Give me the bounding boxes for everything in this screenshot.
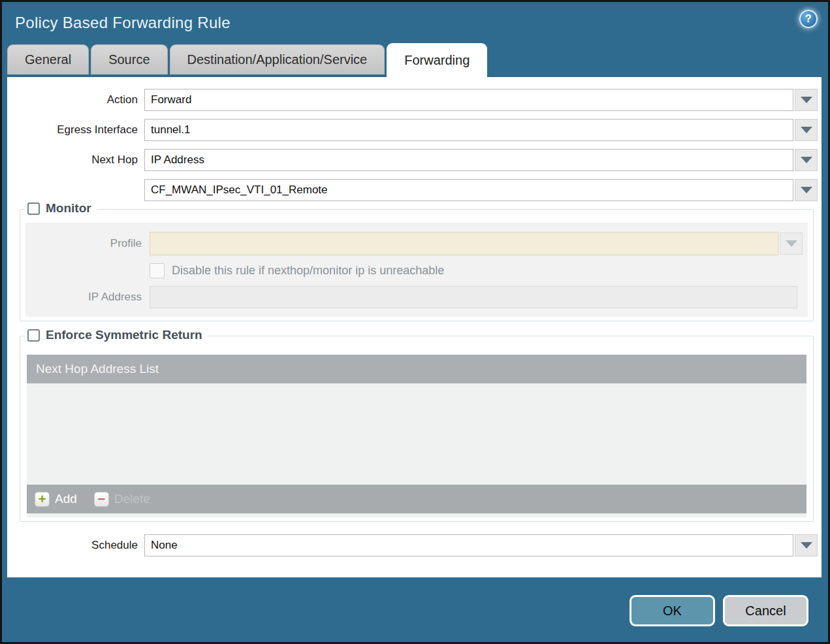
enforce-symmetric-return-checkbox[interactable] — [27, 329, 40, 342]
monitor-legend: Monitor — [25, 201, 97, 216]
egress-interface-dropdown-button[interactable] — [795, 119, 818, 141]
next-hop-label: Next Hop — [7, 153, 144, 167]
schedule-label: Schedule — [7, 539, 144, 552]
disable-rule-checkbox — [150, 263, 165, 278]
plus-icon: + — [35, 492, 50, 507]
delete-button: − Delete — [94, 492, 150, 507]
chevron-down-icon — [801, 187, 812, 193]
monitor-checkbox[interactable] — [27, 202, 40, 215]
next-hop-address-combo — [144, 179, 818, 201]
next-hop-address-list-body — [27, 383, 806, 485]
chevron-down-icon — [801, 127, 812, 133]
delete-button-label: Delete — [114, 492, 150, 506]
table-scroll-track — [27, 513, 806, 517]
monitor-ip-address-label: IP Address — [25, 291, 150, 304]
add-button-label: Add — [55, 492, 77, 506]
schedule-row: Schedule — [7, 534, 818, 556]
minus-icon: − — [94, 492, 109, 507]
next-hop-row: Next Hop — [7, 149, 818, 171]
next-hop-address-table: Next Hop Address List + Add − Delete — [27, 355, 806, 517]
schedule-input[interactable] — [144, 534, 793, 556]
disable-rule-label: Disable this rule if nexthop/monitor ip … — [172, 264, 444, 278]
action-row: Action — [7, 89, 818, 111]
schedule-combo — [144, 534, 818, 556]
disable-rule-row: Disable this rule if nexthop/monitor ip … — [150, 263, 803, 278]
enforce-symmetric-return-fieldset: Enforce Symmetric Return Next Hop Addres… — [20, 336, 814, 522]
chevron-down-icon — [801, 157, 812, 163]
next-hop-type-input[interactable] — [144, 149, 793, 171]
dialog-footer: OK Cancel — [2, 577, 828, 642]
tab-general[interactable]: General — [7, 44, 89, 74]
profile-input — [150, 232, 778, 255]
egress-interface-row: Egress Interface — [7, 119, 818, 141]
next-hop-address-row — [7, 179, 818, 201]
chevron-down-icon — [801, 97, 812, 103]
chevron-down-icon — [801, 542, 812, 549]
next-hop-address-list-header: Next Hop Address List — [27, 355, 806, 383]
next-hop-type-combo — [144, 149, 818, 171]
next-hop-address-dropdown-button[interactable] — [795, 179, 818, 201]
monitor-panel: Profile Disable this rule if nexthop/mon… — [25, 223, 808, 317]
egress-interface-label: Egress Interface — [7, 123, 144, 137]
action-combo — [144, 89, 818, 111]
chevron-down-icon — [786, 240, 797, 247]
profile-dropdown-button — [780, 233, 803, 255]
action-dropdown-button[interactable] — [795, 89, 818, 111]
tab-source[interactable]: Source — [91, 44, 167, 74]
action-input[interactable] — [144, 89, 793, 111]
help-icon[interactable]: ? — [799, 10, 818, 28]
tab-bar: General Source Destination/Application/S… — [2, 43, 828, 77]
monitor-fieldset: Monitor Profile Disable this rule if nex… — [20, 209, 814, 321]
profile-row: Profile — [25, 232, 803, 255]
next-hop-type-dropdown-button[interactable] — [795, 149, 818, 171]
enforce-symmetric-return-legend-label: Enforce Symmetric Return — [46, 328, 202, 342]
monitor-legend-label: Monitor — [46, 201, 91, 216]
tab-panel-forwarding: Action Egress Interface Next Hop — [7, 77, 822, 577]
table-toolbar: + Add − Delete — [27, 485, 806, 513]
egress-interface-combo — [144, 119, 818, 141]
add-button[interactable]: + Add — [35, 492, 77, 507]
dialog-title: Policy Based Forwarding Rule — [15, 14, 231, 32]
profile-label: Profile — [25, 237, 150, 250]
enforce-symmetric-return-legend: Enforce Symmetric Return — [25, 328, 208, 342]
egress-interface-input[interactable] — [144, 119, 793, 141]
monitor-ip-address-row: IP Address — [25, 286, 803, 308]
cancel-button[interactable]: Cancel — [723, 595, 808, 626]
tab-forwarding[interactable]: Forwarding — [387, 43, 487, 77]
policy-based-forwarding-dialog: Policy Based Forwarding Rule ? General S… — [0, 0, 830, 644]
monitor-ip-address-input — [150, 286, 797, 308]
schedule-dropdown-button[interactable] — [795, 534, 818, 556]
dialog-titlebar: Policy Based Forwarding Rule ? — [2, 2, 828, 43]
ok-button[interactable]: OK — [630, 595, 715, 626]
tab-destination-application-service[interactable]: Destination/Application/Service — [170, 44, 385, 74]
next-hop-address-input[interactable] — [144, 179, 793, 201]
action-label: Action — [7, 93, 144, 106]
